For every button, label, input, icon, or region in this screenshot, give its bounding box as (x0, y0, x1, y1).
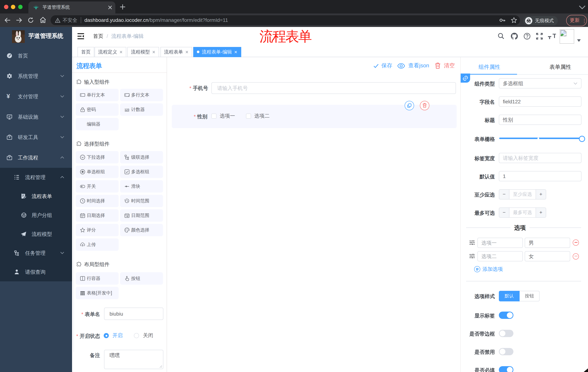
svg-text:123: 123 (125, 108, 129, 111)
